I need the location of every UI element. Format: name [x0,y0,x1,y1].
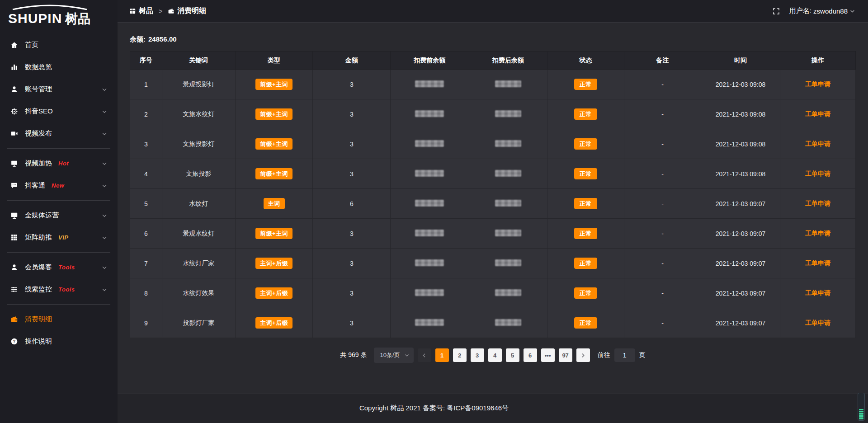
cell-balance-after [469,129,547,159]
brand-logo[interactable]: SHUPIN 树品 [0,0,118,30]
cell-status: 正常 [547,70,624,99]
table-row: 6 景观水纹灯 前缀+主词 3 正常 - 2021-12-03 09:07 工单… [130,219,856,249]
ticket-apply-link[interactable]: 工单申请 [805,80,830,88]
cell-type: 前缀+主词 [235,99,313,129]
ticket-apply-link[interactable]: 工单申请 [805,289,830,296]
page-button-1[interactable]: 1 [435,348,449,362]
table-row: 8 水纹灯效果 主词+后缀 3 正常 - 2021-12-03 09:07 工单… [130,278,856,308]
page-size-select[interactable]: 10条/页 [374,348,414,363]
prev-page-button[interactable] [418,348,431,362]
video-icon [10,130,18,138]
sidebar-item-data-overview[interactable]: 数据总览 [0,56,118,78]
ticket-apply-link[interactable]: 工单申请 [805,110,830,118]
cell-action: 工单申请 [780,70,856,99]
type-badge: 主词+后缀 [255,287,292,299]
cell-time: 2021-12-03 09:08 [701,129,780,159]
cell-status: 正常 [547,308,624,338]
ticket-apply-link[interactable]: 工单申请 [805,230,830,237]
sidebar-item-media-operation[interactable]: 全媒体运营 [0,204,118,226]
chevron-down-icon [101,235,108,241]
censored-value [415,319,444,326]
sidebar-item-clue-monitor[interactable]: 线索监控 Tools [0,278,118,301]
column-header: 类型 [235,52,313,70]
cell-remark: - [624,219,701,249]
ticket-apply-link[interactable]: 工单申请 [805,259,830,267]
chevron-down-icon [101,160,108,167]
sidebar-item-account-manage[interactable]: 账号管理 [0,78,118,100]
censored-value [495,319,521,326]
chevron-down-icon [101,131,108,137]
ticket-apply-link[interactable]: 工单申请 [805,140,830,147]
cell-keyword: 景观投影灯 [162,70,235,99]
cell-keyword: 水纹灯厂家 [162,249,235,278]
cell-balance-before [391,278,469,308]
sidebar-item-matrix-boost[interactable]: 矩阵助推 VIP [0,226,118,249]
next-page-button[interactable] [576,348,590,362]
cell-index: 9 [130,308,162,338]
cell-action: 工单申请 [780,129,856,159]
breadcrumb-home[interactable]: 树品 [129,6,153,16]
goto-label: 前往 [598,351,610,359]
table-row: 2 文旅水纹灯 前缀+主词 3 正常 - 2021-12-03 09:08 工单… [130,99,856,129]
floating-widget[interactable] [858,393,865,421]
page-ellipsis-button[interactable]: ••• [541,348,555,362]
main-content: 余额:24856.00 序号关键词类型金额扣费前余额扣费后余额状态备注时间操作 … [118,23,868,393]
sidebar-item-douketong[interactable]: 抖客通 New [0,174,118,197]
sidebar-item-douyin-seo[interactable]: 抖音SEO [0,100,118,122]
ticket-apply-link[interactable]: 工单申请 [805,200,830,207]
ticket-apply-link[interactable]: 工单申请 [805,319,830,326]
cell-keyword: 景观水纹灯 [162,219,235,249]
censored-value [495,230,521,236]
cell-time: 2021-12-03 09:07 [701,189,780,219]
monitor-icon [10,212,18,220]
page-button-6[interactable]: 6 [524,348,537,362]
page-button-5[interactable]: 5 [506,348,519,362]
cell-time: 2021-12-03 09:08 [701,159,780,189]
table-body: 1 景观投影灯 前缀+主词 3 正常 - 2021-12-03 09:08 工单… [130,70,856,338]
cell-remark: - [624,308,701,338]
sidebar-item-member-baoke[interactable]: 会员爆客 Tools [0,256,118,278]
cell-amount: 6 [313,189,391,219]
goto-page-input[interactable] [614,348,635,362]
topbar-right: 用户名: zswodun88 [772,7,855,15]
cell-balance-before [391,159,469,189]
censored-value [495,170,521,177]
cell-balance-after [469,249,547,278]
censored-value [495,289,521,296]
wallet-icon [168,8,175,14]
censored-value [415,200,444,207]
cell-remark: - [624,278,701,308]
cell-amount: 3 [313,70,391,99]
page-button-4[interactable]: 4 [488,348,502,362]
sidebar-item-video-publish[interactable]: 视频发布 [0,122,118,145]
user-menu[interactable]: 用户名: zswodun88 [789,7,855,15]
ticket-apply-link[interactable]: 工单申请 [805,170,830,177]
chevron-down-icon [101,183,108,189]
censored-value [415,110,444,117]
cell-remark: - [624,189,701,219]
page-button-2[interactable]: 2 [453,348,467,362]
cell-balance-before [391,308,469,338]
column-header: 操作 [780,52,856,70]
sidebar-item-home[interactable]: 首页 [0,34,118,56]
type-badge: 前缀+主词 [255,108,292,120]
page-button-3[interactable]: 3 [471,348,484,362]
sidebar-item-video-heat[interactable]: 视频加热 Hot [0,152,118,174]
sidebar-item-consume-detail[interactable]: 消费明细 [0,308,118,330]
type-badge: 主词+后缀 [255,317,292,329]
svg-text:?: ? [13,339,15,343]
sidebar-divider [7,252,110,253]
censored-value [495,140,521,147]
page-button-97[interactable]: 97 [559,348,572,362]
grid-icon [10,234,18,242]
cell-status: 正常 [547,159,624,189]
cell-keyword: 水纹灯 [162,189,235,219]
cell-status: 正常 [547,278,624,308]
sidebar-item-operation-guide[interactable]: ? 操作说明 [0,330,118,352]
breadcrumb-current[interactable]: 消费明细 [168,6,206,16]
fullscreen-icon[interactable] [772,7,780,15]
cell-remark: - [624,99,701,129]
cell-balance-after [469,99,547,129]
footer: Copyright 树品 2021 备案号: 粤ICP备09019646号 [0,393,868,423]
table-row: 5 水纹灯 主词 6 正常 - 2021-12-03 09:07 工单申请 [130,189,856,219]
